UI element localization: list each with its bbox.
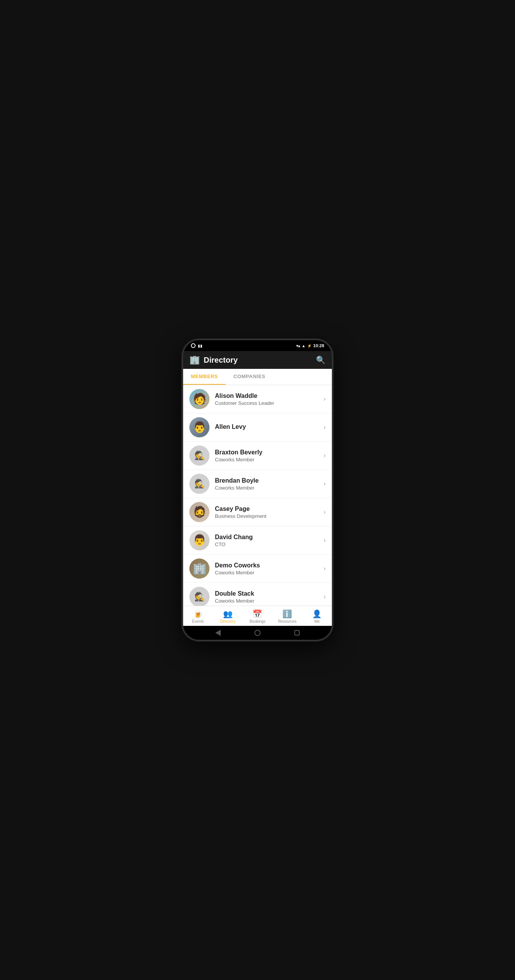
member-name: Brendan Boyle <box>215 477 321 484</box>
member-info: Double Stack Coworks Member <box>215 590 321 604</box>
nav-item-directory[interactable]: 👥 Directory <box>213 606 243 626</box>
member-role: Coworks Member <box>215 598 321 604</box>
member-role: Customer Success Leader <box>215 400 321 406</box>
avatar: 🕵️ <box>189 445 209 466</box>
member-name: Double Stack <box>215 590 321 597</box>
status-bar: ▮▮ ▾▴ ▲ ⚡ 10:28 <box>183 340 332 351</box>
chevron-right-icon: › <box>324 452 326 459</box>
member-info: Demo Coworks Coworks Member <box>215 562 321 576</box>
screen-content: MEMBERS COMPANIES 🧑 Alison Waddle Custom… <box>183 369 332 626</box>
status-circle <box>191 343 196 348</box>
avatar: 👨 <box>189 530 209 550</box>
member-role: Coworks Member <box>215 485 321 491</box>
nav-label-bookings: Bookings <box>249 619 265 624</box>
members-list: 🧑 Alison Waddle Customer Success Leader … <box>183 385 332 606</box>
chevron-right-icon: › <box>324 424 326 431</box>
app-header: 🏢 Directory 🔍 <box>183 351 332 369</box>
avatar: 👨 <box>189 417 209 437</box>
avatar: 🏢 <box>189 559 209 579</box>
status-sim: ▮▮ <box>198 344 203 348</box>
status-right: ▾▴ ▲ ⚡ 10:28 <box>296 343 324 348</box>
member-role: CTO <box>215 541 321 547</box>
me-icon: 👤 <box>312 609 322 618</box>
member-info: Allen Levy <box>215 423 321 431</box>
resources-icon: ℹ️ <box>282 609 292 618</box>
bookings-icon: 📅 <box>252 609 262 618</box>
chevron-right-icon: › <box>324 593 326 600</box>
time: 10:28 <box>313 343 324 348</box>
home-button[interactable] <box>254 630 261 636</box>
signal-icon: ▲ <box>302 344 306 348</box>
member-role: Coworks Member <box>215 570 321 576</box>
member-info: Brendan Boyle Coworks Member <box>215 477 321 491</box>
chevron-right-icon: › <box>324 509 326 516</box>
member-name: Allen Levy <box>215 423 321 430</box>
member-name: Alison Waddle <box>215 392 321 399</box>
list-item[interactable]: 🕵️ Double Stack Coworks Member › <box>183 583 332 606</box>
nav-item-events[interactable]: 🍺 Events <box>183 606 213 626</box>
wifi-icon: ▾▴ <box>296 344 300 348</box>
phone-frame: ▮▮ ▾▴ ▲ ⚡ 10:28 🏢 Directory 🔍 MEMBERS CO… <box>182 339 333 641</box>
building-icon: 🏢 <box>189 355 200 365</box>
tab-companies[interactable]: COMPANIES <box>226 369 273 385</box>
chevron-right-icon: › <box>324 537 326 544</box>
tabs-bar: MEMBERS COMPANIES <box>183 369 332 385</box>
chevron-right-icon: › <box>324 480 326 487</box>
member-info: Casey Page Business Development <box>215 505 321 519</box>
nav-label-directory: Directory <box>220 619 235 624</box>
member-name: David Chang <box>215 534 321 541</box>
avatar: 🕵️ <box>189 587 209 606</box>
list-item[interactable]: 🧑 Alison Waddle Customer Success Leader … <box>183 385 332 413</box>
member-name: Demo Coworks <box>215 562 321 569</box>
list-item[interactable]: 🏢 Demo Coworks Coworks Member › <box>183 555 332 583</box>
list-item[interactable]: 🧔 Casey Page Business Development › <box>183 498 332 526</box>
member-name: Braxton Beverly <box>215 449 321 456</box>
chevron-right-icon: › <box>324 565 326 572</box>
nav-label-events: Events <box>192 619 204 624</box>
member-role: Coworks Member <box>215 457 321 463</box>
list-item[interactable]: 🕵️ Braxton Beverly Coworks Member › <box>183 442 332 470</box>
nav-item-bookings[interactable]: 📅 Bookings <box>243 606 273 626</box>
events-icon: 🍺 <box>193 609 203 618</box>
recent-button[interactable] <box>294 630 300 636</box>
nav-label-me: Me <box>314 619 320 624</box>
list-item[interactable]: 🕵️ Brendan Boyle Coworks Member › <box>183 470 332 498</box>
member-info: David Chang CTO <box>215 534 321 547</box>
battery-icon: ⚡ <box>307 344 312 348</box>
member-info: Braxton Beverly Coworks Member <box>215 449 321 463</box>
header-left: 🏢 Directory <box>189 355 238 365</box>
bottom-nav: 🍺 Events 👥 Directory 📅 Bookings ℹ️ Resou… <box>183 606 332 626</box>
nav-item-me[interactable]: 👤 Me <box>302 606 332 626</box>
member-role: Business Development <box>215 513 321 519</box>
list-item[interactable]: 👨 Allen Levy › <box>183 413 332 442</box>
member-info: Alison Waddle Customer Success Leader <box>215 392 321 406</box>
member-name: Casey Page <box>215 505 321 512</box>
avatar: 🧑 <box>189 389 209 409</box>
list-item[interactable]: 👨 David Chang CTO › <box>183 526 332 555</box>
avatar: 🕵️ <box>189 474 209 494</box>
nav-label-resources: Resources <box>278 619 297 624</box>
tab-members[interactable]: MEMBERS <box>183 369 226 385</box>
page-title: Directory <box>204 356 238 365</box>
status-left: ▮▮ <box>191 343 203 348</box>
directory-icon: 👥 <box>223 609 233 618</box>
chevron-right-icon: › <box>324 396 326 403</box>
back-button[interactable] <box>215 630 221 636</box>
search-icon[interactable]: 🔍 <box>316 355 326 365</box>
avatar: 🧔 <box>189 502 209 522</box>
phone-bottom-bar <box>183 626 332 640</box>
nav-item-resources[interactable]: ℹ️ Resources <box>272 606 302 626</box>
